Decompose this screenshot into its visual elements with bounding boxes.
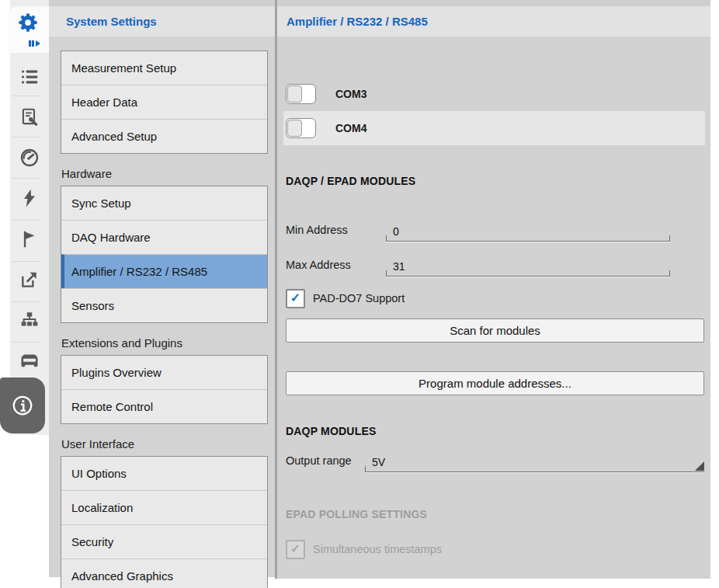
sitemap-icon <box>19 310 40 330</box>
output-range-label: Output range <box>286 454 365 467</box>
sidebar-title: System Settings <box>66 15 157 28</box>
flag-icon <box>19 229 40 249</box>
tab-network[interactable] <box>10 303 49 337</box>
gauge-icon <box>19 148 40 168</box>
com4-toggle[interactable] <box>286 118 316 138</box>
com3-label: COM3 <box>335 88 366 100</box>
tab-info[interactable] <box>0 378 45 433</box>
min-address-label: Min Address <box>286 224 386 236</box>
tab-export[interactable] <box>10 263 49 297</box>
sidebar-item-remote-control[interactable]: Remote Control <box>61 389 267 423</box>
com3-row: COM3 <box>286 77 704 111</box>
sidebar-item-measurement-setup[interactable]: Measurement Setup <box>61 51 267 85</box>
expand-panel-icon[interactable] <box>29 40 40 47</box>
sidebar-item-localization[interactable]: Localization <box>61 490 267 524</box>
top-band <box>277 0 710 6</box>
output-range-dropdown[interactable]: 5V <box>365 451 704 472</box>
tab-flag[interactable] <box>10 222 49 256</box>
left-icon-rail <box>0 0 49 437</box>
max-address-row: Max Address 31 <box>286 253 704 277</box>
system-settings-panel: System Settings Measurement Setup Header… <box>49 0 275 577</box>
sidebar-group-label-extensions: Extensions and Plugins <box>61 336 275 350</box>
car-icon <box>19 350 40 371</box>
simultaneous-timestamps-label: Simultaneous timestamps <box>313 543 442 555</box>
com3-toggle[interactable] <box>286 84 316 104</box>
sidebar-group-hardware: Sync Setup DAQ Hardware Amplifier / RS23… <box>61 186 268 323</box>
tab-trigger[interactable] <box>10 181 49 215</box>
tab-channel-list[interactable] <box>10 60 49 94</box>
sidebar-item-amplifier-rs232-rs485[interactable]: Amplifier / RS232 / RS485 <box>61 254 267 288</box>
sidebar-item-daq-hardware[interactable]: DAQ Hardware <box>61 220 267 254</box>
tab-setup-file[interactable] <box>10 100 49 134</box>
simultaneous-timestamps-checkbox: ✓ Simultaneous timestamps <box>286 539 704 559</box>
sidebar-group-extensions: Plugins Overview Remote Control <box>61 355 268 424</box>
export-icon <box>19 270 40 290</box>
toggle-knob <box>287 85 302 103</box>
sidebar-item-advanced-setup[interactable]: Advanced Setup <box>61 119 267 153</box>
list-icon <box>19 67 40 87</box>
sidebar-group-label-user-interface: User Interface <box>61 437 275 451</box>
daqp-epad-modules-heading: DAQP / EPAD MODULES <box>286 175 704 187</box>
sidebar-header: System Settings <box>49 6 275 37</box>
min-address-input[interactable]: 0 <box>386 221 670 242</box>
sidebar-item-advanced-graphics[interactable]: Advanced Graphics <box>61 558 267 588</box>
max-address-input[interactable]: 31 <box>386 256 670 277</box>
checkbox-box: ✓ <box>286 540 305 559</box>
checkmark-icon: ✓ <box>290 543 300 555</box>
output-range-row: Output range 5V <box>286 449 704 472</box>
page-title: Amplifier / RS232 / RS485 <box>287 15 428 28</box>
sidebar-item-security[interactable]: Security <box>61 524 267 558</box>
max-address-label: Max Address <box>286 259 386 271</box>
min-address-value: 0 <box>393 225 399 238</box>
tab-measure[interactable] <box>10 141 49 175</box>
sidebar-item-sync-setup[interactable]: Sync Setup <box>61 186 267 220</box>
sidebar-item-sensors[interactable]: Sensors <box>61 288 267 322</box>
sidebar-item-header-data[interactable]: Header Data <box>61 85 267 119</box>
top-band <box>49 0 275 6</box>
checkmark-icon: ✓ <box>290 292 300 304</box>
document-wrench-icon <box>19 107 40 127</box>
checkbox-box: ✓ <box>286 289 305 308</box>
pad-do7-label: PAD-DO7 Support <box>313 292 405 304</box>
tab-vehicle[interactable] <box>10 343 49 378</box>
daqp-modules-heading: DAQP MODULES <box>286 425 704 437</box>
dropdown-arrow-icon <box>695 461 704 471</box>
epad-polling-heading: EPAD POLLING SETTINGS <box>286 508 704 520</box>
min-address-row: Min Address 0 <box>286 218 704 242</box>
info-icon <box>11 394 34 417</box>
com4-label: COM4 <box>335 122 366 134</box>
sidebar-item-ui-options[interactable]: UI Options <box>61 457 267 490</box>
com4-row: COM4 <box>283 111 705 145</box>
settings-window: System Settings Measurement Setup Header… <box>0 0 719 588</box>
sidebar-group-general: Measurement Setup Header Data Advanced S… <box>61 50 268 154</box>
output-range-value: 5V <box>372 456 385 468</box>
content-header: Amplifier / RS232 / RS485 <box>277 6 710 37</box>
pad-do7-checkbox[interactable]: ✓ PAD-DO7 Support <box>286 288 704 308</box>
sidebar-item-plugins-overview[interactable]: Plugins Overview <box>61 356 267 389</box>
sidebar-group-label-hardware: Hardware <box>61 167 275 180</box>
gear-icon <box>16 11 40 34</box>
lightning-icon <box>19 188 40 208</box>
max-address-value: 31 <box>393 260 405 273</box>
toggle-knob <box>287 120 302 137</box>
scan-for-modules-button[interactable]: Scan for modules <box>286 318 704 343</box>
program-module-addresses-button[interactable]: Program module addresses... <box>286 371 704 395</box>
sidebar-group-user-interface: UI Options Localization Security Advance… <box>61 456 268 588</box>
amplifier-settings-panel: Amplifier / RS232 / RS485 COM3 COM4 DAQP… <box>277 0 710 579</box>
tab-settings[interactable] <box>8 6 49 53</box>
